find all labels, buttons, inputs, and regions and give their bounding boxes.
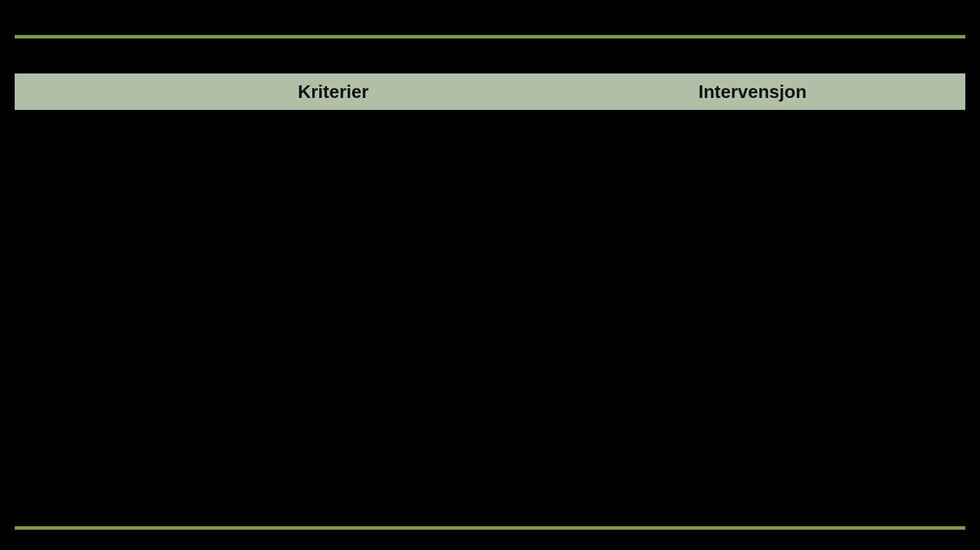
- table-header-intervensjon: Intervensjon: [540, 81, 965, 103]
- table-header-kriterier: Kriterier: [127, 81, 540, 103]
- bottom-divider: [15, 526, 965, 530]
- table-header-row: Kriterier Intervensjon: [15, 73, 965, 110]
- top-divider: [15, 35, 965, 38]
